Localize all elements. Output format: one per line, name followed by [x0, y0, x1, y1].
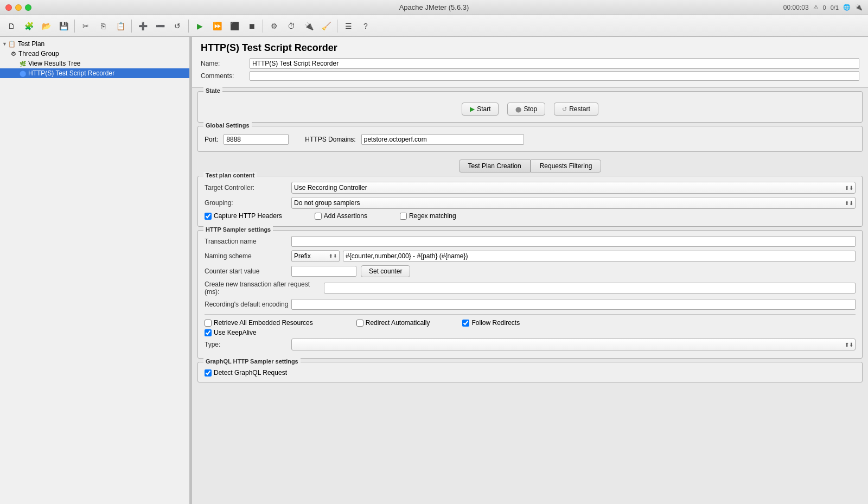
transaction-name-label: Transaction name — [205, 238, 291, 245]
timer-display: 00:00:03 — [783, 4, 809, 11]
restart-state-button[interactable]: ↺ Restart — [554, 103, 598, 116]
retrieve-resources-checkbox[interactable] — [205, 320, 212, 327]
collapse-button[interactable]: ➖ — [152, 18, 168, 34]
help-button[interactable]: ? — [358, 18, 374, 34]
traffic-lights[interactable] — [5, 4, 31, 11]
keepalive-item[interactable]: Use KeepAlive — [205, 329, 856, 336]
detect-graphql-checkbox[interactable] — [205, 369, 212, 377]
type-label: Type: — [205, 341, 291, 348]
encoding-row: Recording's default encoding — [205, 299, 856, 310]
recorder-label: HTTP(S) Test Script Recorder — [28, 69, 114, 77]
grouping-select[interactable]: Do not group samplers Add separators bet… — [291, 197, 856, 209]
target-controller-wrapper: Use Recording Controller Root Thread Gro… — [291, 182, 856, 194]
tab-requests-filtering[interactable]: Requests Filtering — [531, 160, 602, 173]
open-button[interactable]: 📂 — [38, 18, 54, 34]
start-play-icon: ▶ — [470, 105, 475, 113]
expand-button[interactable]: ➕ — [135, 18, 151, 34]
redirect-auto-label: Redirect Automatically — [366, 319, 430, 327]
remote-start-button[interactable]: 🔌 — [301, 18, 317, 34]
follow-redirects-checkbox[interactable] — [462, 320, 469, 327]
global-settings-section: Global Settings Port: HTTPS Domains: — [197, 126, 863, 152]
name-label: Name: — [201, 60, 250, 67]
naming-scheme-row: Naming scheme Prefix Transaction ⬆⬇ — [205, 250, 856, 262]
retrieve-resources-label: Retrieve All Embedded Resources — [214, 319, 313, 327]
regex-matching-checkbox[interactable] — [400, 213, 407, 220]
start-state-button[interactable]: ▶ Start — [462, 103, 499, 116]
add-assertions-item[interactable]: Add Assertions — [315, 212, 367, 220]
close-button[interactable] — [5, 4, 12, 11]
maximize-button[interactable] — [25, 4, 31, 11]
list-button[interactable]: ☰ — [340, 18, 356, 34]
timer-btn[interactable]: ⏱ — [283, 18, 299, 34]
thread-group-icon: ⚙ — [11, 50, 16, 58]
checkboxes-row: Capture HTTP Headers Add Assertions Rege… — [205, 212, 856, 220]
type-select[interactable] — [291, 339, 856, 350]
clear-button[interactable]: 🧹 — [318, 18, 334, 34]
sidebar-item-https-recorder[interactable]: ⬤ HTTP(S) Test Script Recorder — [0, 68, 189, 78]
name-row: Name: — [201, 58, 859, 69]
toolbar: 🗋 🧩 📂 💾 ✂ ⎘ 📋 ➕ ➖ ↺ ▶ ⏩ ⬛ ⏹ ⚙ ⏱ 🔌 🧹 ☰ ? — [0, 15, 868, 37]
keepalive-checkbox[interactable] — [205, 329, 212, 336]
counter-start-row: Counter start value Set counter — [205, 265, 856, 277]
restart-label: Restart — [569, 105, 590, 113]
sidebar-item-thread-group[interactable]: ⚙ Thread Group — [0, 49, 189, 59]
warning-icon: ⚠ — [813, 4, 819, 11]
counter-start-label: Counter start value — [205, 267, 291, 275]
new-button[interactable]: 🗋 — [3, 18, 20, 34]
test-plan-label: Test Plan — [18, 40, 44, 48]
new-transaction-row: Create new transaction after request (ms… — [205, 280, 856, 296]
retrieve-resources-item[interactable]: Retrieve All Embedded Resources — [205, 319, 313, 327]
type-row: Type: ⬆⬇ — [205, 339, 856, 350]
stop-circle-icon: ⬤ — [515, 106, 521, 112]
recorder-button[interactable]: ⚙ — [266, 18, 282, 34]
target-controller-row: Target Controller: Use Recording Control… — [205, 182, 856, 194]
counter-input[interactable] — [291, 266, 356, 277]
shutdown-button[interactable]: ⏹ — [244, 18, 260, 34]
open-templates-button[interactable]: 🧩 — [21, 18, 37, 34]
tab-test-plan-creation[interactable]: Test Plan Creation — [459, 160, 531, 173]
tabs-bar: Test Plan Creation Requests Filtering — [192, 155, 868, 173]
sidebar-item-view-results[interactable]: 🌿 View Results Tree — [0, 59, 189, 68]
set-counter-button[interactable]: Set counter — [361, 265, 410, 277]
sidebar-item-test-plan[interactable]: ▼ 📋 Test Plan — [0, 39, 189, 49]
transaction-name-input[interactable] — [291, 236, 856, 247]
naming-pattern-input[interactable] — [343, 251, 856, 261]
grouping-wrapper: Do not group samplers Add separators bet… — [291, 197, 856, 209]
follow-redirects-item[interactable]: Follow Redirects — [462, 319, 520, 327]
stop-run-button[interactable]: ⬛ — [226, 18, 242, 34]
transaction-name-row: Transaction name — [205, 236, 856, 247]
port-input[interactable] — [224, 134, 289, 145]
naming-scheme-select[interactable]: Prefix Transaction — [291, 250, 340, 262]
encoding-input[interactable] — [291, 299, 856, 310]
thread-group-label: Thread Group — [18, 50, 59, 58]
add-assertions-checkbox[interactable] — [315, 213, 322, 220]
redirect-auto-item[interactable]: Redirect Automatically — [356, 319, 430, 327]
capture-headers-item[interactable]: Capture HTTP Headers — [205, 212, 282, 220]
start-no-pause-button[interactable]: ⏩ — [209, 18, 225, 34]
target-controller-select[interactable]: Use Recording Controller Root Thread Gro… — [291, 182, 856, 194]
minimize-button[interactable] — [15, 4, 22, 11]
ratio-display: 0/1 — [831, 4, 839, 11]
sep5 — [337, 20, 337, 33]
new-transaction-input[interactable] — [324, 283, 856, 294]
https-input[interactable] — [361, 134, 524, 145]
panel-title: HTTP(S) Test Script Recorder — [201, 42, 859, 54]
toggle-button[interactable]: ↺ — [169, 18, 186, 34]
test-plan-icon: 📋 — [8, 41, 16, 48]
save-button[interactable]: 💾 — [55, 18, 72, 34]
name-input[interactable] — [250, 58, 859, 69]
divider1 — [205, 314, 856, 315]
stop-state-button[interactable]: ⬤ Stop — [507, 103, 545, 116]
copy-button[interactable]: ⎘ — [95, 18, 111, 34]
cut-button[interactable]: ✂ — [78, 18, 94, 34]
comments-label: Comments: — [201, 72, 250, 80]
redirect-auto-checkbox[interactable] — [356, 320, 363, 327]
comments-input[interactable] — [250, 71, 859, 81]
target-controller-label: Target Controller: — [205, 184, 291, 192]
type-select-wrapper: ⬆⬇ — [291, 339, 856, 350]
regex-matching-item[interactable]: Regex matching — [400, 212, 456, 220]
start-run-button[interactable]: ▶ — [192, 18, 208, 34]
detect-graphql-item[interactable]: Detect GraphQL Request — [205, 369, 856, 377]
paste-button[interactable]: 📋 — [112, 18, 129, 34]
capture-headers-checkbox[interactable] — [205, 213, 212, 220]
